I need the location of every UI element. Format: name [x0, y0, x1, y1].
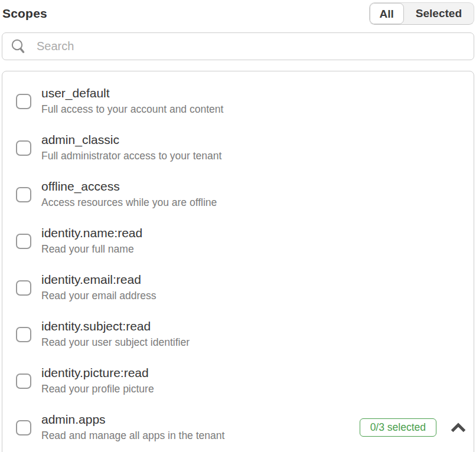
scope-description: Read your email address — [41, 288, 157, 304]
scope-checkbox[interactable] — [16, 140, 31, 156]
scope-row[interactable]: identity.name:read Read your full name — [2, 218, 474, 264]
collapse-group-button[interactable] — [449, 421, 467, 435]
scope-name: identity.picture:read — [41, 365, 154, 381]
scope-checkbox[interactable] — [16, 187, 31, 202]
scope-list: user_default Full access to your account… — [2, 71, 474, 452]
scope-description: Read your full name — [41, 241, 142, 257]
scope-row[interactable]: admin_classic Full administrator access … — [2, 125, 474, 171]
scope-checkbox[interactable] — [16, 234, 31, 249]
scope-checkbox[interactable] — [16, 280, 31, 296]
scope-description: Access resources while you are offline — [41, 195, 217, 211]
scope-row[interactable]: user_default Full access to your account… — [2, 78, 474, 125]
scopes-header: Scopes All Selected — [2, 0, 474, 26]
chevron-up-icon — [449, 421, 467, 435]
filter-toggle: All Selected — [369, 2, 474, 25]
search-icon — [11, 38, 27, 54]
scope-row[interactable]: offline_access Access resources while yo… — [2, 171, 474, 218]
scope-checkbox[interactable] — [16, 94, 31, 109]
scope-description: Read and manage all apps in the tenant — [41, 428, 224, 444]
scope-row[interactable]: identity.subject:read Read your user sub… — [2, 311, 474, 358]
search-input[interactable] — [35, 39, 465, 54]
scope-name: admin.apps — [41, 411, 224, 428]
scope-checkbox[interactable] — [16, 374, 31, 389]
scope-name: identity.email:read — [41, 271, 157, 288]
page-title: Scopes — [2, 6, 47, 21]
scope-name: offline_access — [41, 178, 217, 195]
filter-all-button[interactable]: All — [370, 3, 404, 24]
scope-description: Full administrator access to your tenant — [41, 148, 221, 164]
scope-name: user_default — [41, 85, 223, 101]
search-box[interactable] — [2, 32, 474, 60]
scope-name: admin_classic — [41, 132, 221, 148]
scope-description: Full access to your account and content — [41, 101, 223, 117]
selection-count-badge: 0/3 selected — [360, 418, 436, 437]
scope-name: identity.subject:read — [41, 318, 190, 335]
scope-row[interactable]: identity.picture:read Read your profile … — [2, 358, 474, 404]
scopes-panel: Scopes All Selected user_default Full ac… — [0, 0, 476, 452]
scope-row[interactable]: identity.email:read Read your email addr… — [2, 264, 474, 311]
scope-checkbox[interactable] — [16, 327, 31, 342]
scope-row[interactable]: admin.apps Read and manage all apps in t… — [2, 404, 474, 451]
scope-name: identity.name:read — [41, 225, 142, 241]
scope-description: Read your user subject identifier — [41, 335, 190, 351]
scope-description: Read your profile picture — [41, 381, 154, 397]
filter-selected-button[interactable]: Selected — [404, 3, 474, 24]
scope-checkbox[interactable] — [16, 420, 31, 435]
